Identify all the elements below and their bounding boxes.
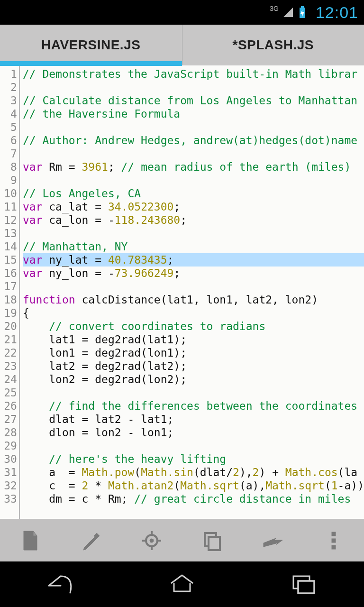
target-icon xyxy=(141,530,162,551)
code-line[interactable] xyxy=(23,280,364,293)
line-number: 9 xyxy=(0,174,17,187)
new-file-button[interactable] xyxy=(15,525,46,556)
home-button[interactable] xyxy=(165,571,199,597)
back-button[interactable] xyxy=(44,571,77,597)
code-line[interactable]: var ca_lat = 34.0522300; xyxy=(23,200,364,213)
code-line[interactable]: var ny_lat = 40.783435; xyxy=(23,253,364,267)
tab-splash-js[interactable]: *SPLASH.JS xyxy=(182,25,364,65)
copy-button[interactable] xyxy=(197,525,228,556)
code-line[interactable]: // Demonstrates the JavaScript built-in … xyxy=(23,67,364,81)
new-file-icon xyxy=(21,530,40,551)
code-line[interactable] xyxy=(23,120,364,134)
run-button[interactable] xyxy=(258,525,288,556)
code-line[interactable]: var Rm = 3961; // mean radius of the ear… xyxy=(23,160,364,174)
code-line[interactable]: lon1 = deg2rad(lon1); xyxy=(23,346,364,359)
line-number: 8 xyxy=(0,160,17,174)
line-number: 33 xyxy=(0,492,17,506)
code-line[interactable]: // Manhattan, NY xyxy=(23,240,364,253)
code-line[interactable]: // Los Angeles, CA xyxy=(23,187,364,200)
code-line[interactable]: // Calculate distance from Los Angeles t… xyxy=(23,94,364,107)
battery-icon xyxy=(298,6,307,19)
line-number: 17 xyxy=(0,280,17,293)
code-line[interactable] xyxy=(23,386,364,399)
line-number: 14 xyxy=(0,240,17,253)
bottom-toolbar xyxy=(0,519,364,561)
code-line[interactable] xyxy=(23,174,364,187)
code-line[interactable]: lat1 = deg2rad(lat1); xyxy=(23,333,364,346)
line-number: 4 xyxy=(0,107,17,120)
code-line[interactable]: var ca_lon = -118.243680; xyxy=(23,213,364,227)
code-line[interactable] xyxy=(23,147,364,160)
code-line[interactable]: dlat = lat2 - lat1; xyxy=(23,413,364,426)
line-number-gutter: 1234567891011121314151617181920212223242… xyxy=(0,65,20,519)
code-line[interactable]: // here's the heavy lifting xyxy=(23,452,364,466)
line-number: 25 xyxy=(0,386,17,399)
network-type: 3G xyxy=(270,5,279,12)
line-number: 23 xyxy=(0,359,17,373)
status-icons: 3G xyxy=(270,6,307,19)
svg-rect-14 xyxy=(332,539,336,543)
code-line[interactable]: { xyxy=(23,306,364,320)
svg-point-6 xyxy=(150,539,154,543)
code-line[interactable] xyxy=(23,81,364,94)
overflow-icon xyxy=(331,531,337,550)
line-number: 7 xyxy=(0,147,17,160)
android-nav-bar xyxy=(0,561,364,607)
code-line[interactable]: dlon = lon2 - lon1; xyxy=(23,426,364,439)
line-number: 28 xyxy=(0,426,17,439)
code-line[interactable]: lat2 = deg2rad(lat2); xyxy=(23,359,364,373)
code-line[interactable] xyxy=(23,227,364,240)
code-line[interactable]: // convert coordinates to radians xyxy=(23,320,364,333)
line-number: 2 xyxy=(0,81,17,94)
line-number: 22 xyxy=(0,346,17,359)
target-button[interactable] xyxy=(136,525,167,556)
code-line[interactable]: lon2 = deg2rad(lon2); xyxy=(23,373,364,386)
overflow-button[interactable] xyxy=(318,525,349,556)
code-line[interactable]: c = 2 * Math.atan2(Math.sqrt(a),Math.sqr… xyxy=(23,479,364,492)
line-number: 26 xyxy=(0,399,17,413)
android-status-bar: 3G 12:01 xyxy=(0,0,364,25)
code-line[interactable]: function calcDistance(lat1, lon1, lat2, … xyxy=(23,293,364,306)
recent-apps-button[interactable] xyxy=(287,571,320,597)
line-number: 1 xyxy=(0,67,17,81)
svg-rect-13 xyxy=(332,532,336,536)
edit-icon xyxy=(81,530,101,551)
code-line[interactable]: // find the differences between the coor… xyxy=(23,399,364,413)
svg-rect-2 xyxy=(301,6,304,8)
svg-rect-15 xyxy=(332,545,336,549)
run-icon xyxy=(262,533,284,548)
line-number: 13 xyxy=(0,227,17,240)
line-number: 29 xyxy=(0,439,17,452)
code-line[interactable] xyxy=(23,439,364,452)
line-number: 31 xyxy=(0,466,17,479)
line-number: 16 xyxy=(0,267,17,280)
line-number: 30 xyxy=(0,452,17,466)
tab-label: HAVERSINE.JS xyxy=(41,37,140,53)
recent-apps-icon xyxy=(287,571,320,595)
line-number: 12 xyxy=(0,213,17,227)
line-number: 3 xyxy=(0,94,17,107)
home-icon xyxy=(165,571,199,595)
tab-haversine-js[interactable]: HAVERSINE.JS xyxy=(0,25,182,65)
code-line[interactable]: a = Math.pow(Math.sin(dlat/2),2) + Math.… xyxy=(23,466,364,479)
code-line[interactable]: // the Haversine Formula xyxy=(23,107,364,120)
clock: 12:01 xyxy=(316,3,358,22)
line-number: 24 xyxy=(0,373,17,386)
line-number: 6 xyxy=(0,134,17,147)
line-number: 10 xyxy=(0,187,17,200)
line-number: 21 xyxy=(0,333,17,346)
code-editor[interactable]: 1234567891011121314151617181920212223242… xyxy=(0,65,364,519)
code-line[interactable]: var ny_lon = -73.966249; xyxy=(23,267,364,280)
code-area[interactable]: // Demonstrates the JavaScript built-in … xyxy=(20,65,364,519)
line-number: 11 xyxy=(0,200,17,213)
svg-rect-12 xyxy=(209,537,220,550)
code-line[interactable]: // Author: Andrew Hedges, andrew(at)hedg… xyxy=(23,134,364,147)
signal-icon xyxy=(282,7,294,18)
line-number: 18 xyxy=(0,293,17,306)
code-line[interactable]: dm = c * Rm; // great circle distance in… xyxy=(23,492,364,506)
tab-label: *SPLASH.JS xyxy=(233,37,314,53)
line-number: 32 xyxy=(0,479,17,492)
line-number: 27 xyxy=(0,413,17,426)
edit-button[interactable] xyxy=(76,525,106,556)
svg-rect-17 xyxy=(298,581,314,593)
